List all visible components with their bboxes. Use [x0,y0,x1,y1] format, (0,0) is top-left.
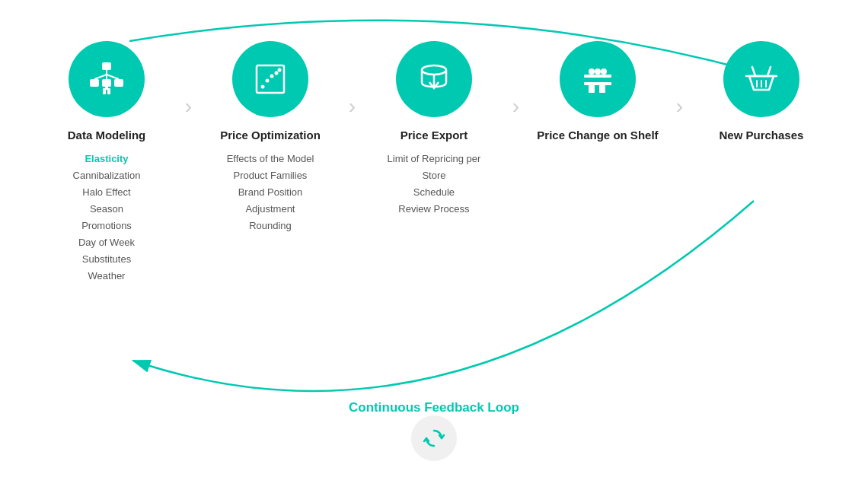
chevron-3: › [512,68,519,145]
step-title-price-change: Price Change on Shelf [537,128,658,143]
item-halo-effect: Halo Effect [73,184,141,201]
svg-point-24 [589,68,595,75]
item-elasticity: Elasticity [73,151,141,167]
chevron-4: › [676,68,683,145]
step-price-export: Price Export Limit of Repricing perStore… [365,41,503,218]
step-circle-price-optimization [232,41,308,117]
step-price-change: Price Change on Shelf [529,41,666,151]
svg-rect-3 [90,79,99,87]
step-circle-data-modeling [69,41,145,117]
item-rounding: Rounding [227,218,314,234]
step-title-new-purchases: New Purchases [719,128,803,143]
item-effects-model: Effects of the Model [227,151,314,167]
svg-point-25 [595,68,601,75]
item-substitutes: Substitutes [73,251,141,268]
svg-point-18 [274,72,278,75]
item-day-of-week: Day of Week [73,234,141,251]
item-brand-position: Brand PositionAdjustment [227,184,314,218]
item-schedule: Schedule [388,184,481,201]
item-cannibalization: Cannibalization [73,167,141,184]
svg-rect-28 [599,85,605,93]
svg-point-16 [265,79,269,83]
step-title-price-export: Price Export [400,128,468,143]
item-weather: Weather [73,268,141,285]
step-circle-new-purchases [723,41,799,117]
svg-point-20 [422,65,446,75]
item-promotions: Promotions [73,218,141,234]
svg-point-17 [270,75,273,78]
step-price-optimization: Price Optimization Effects of the Model … [202,41,339,234]
svg-point-19 [277,68,281,72]
step-circle-price-export [396,41,472,117]
item-season: Season [73,201,141,218]
svg-line-7 [94,75,107,79]
svg-rect-4 [102,79,111,87]
item-limit-repricing: Limit of Repricing perStore [388,151,481,184]
step-data-modeling: Data Modeling Elasticity Cannibalization… [38,41,175,285]
svg-point-15 [260,85,264,89]
step-title-price-optimization: Price Optimization [220,128,321,143]
svg-rect-27 [589,85,595,93]
diagram-container: Data Modeling Elasticity Cannibalization… [15,11,853,482]
chevron-1: › [185,68,192,145]
svg-line-8 [107,75,119,79]
step-title-data-modeling: Data Modeling [68,128,146,143]
step-items-price-optimization: Effects of the Model Product Families Br… [227,151,314,234]
svg-rect-22 [584,75,611,78]
svg-rect-2 [102,62,111,70]
steps-row: Data Modeling Elasticity Cannibalization… [38,41,830,285]
svg-rect-11 [105,87,108,90]
step-circle-price-change [560,41,636,117]
step-items-data-modeling: Elasticity Cannibalization Halo Effect S… [73,151,141,285]
item-review-process: Review Process [388,201,481,218]
chevron-2: › [349,68,356,145]
svg-rect-23 [584,82,611,85]
feedback-icon [411,415,457,461]
svg-point-26 [601,68,607,75]
svg-rect-5 [114,79,123,87]
step-new-purchases: New Purchases [693,41,830,151]
step-items-price-export: Limit of Repricing perStore Schedule Rev… [388,151,481,218]
item-product-families: Product Families [227,167,314,184]
feedback-label: Continuous Feedback Loop [349,400,519,415]
